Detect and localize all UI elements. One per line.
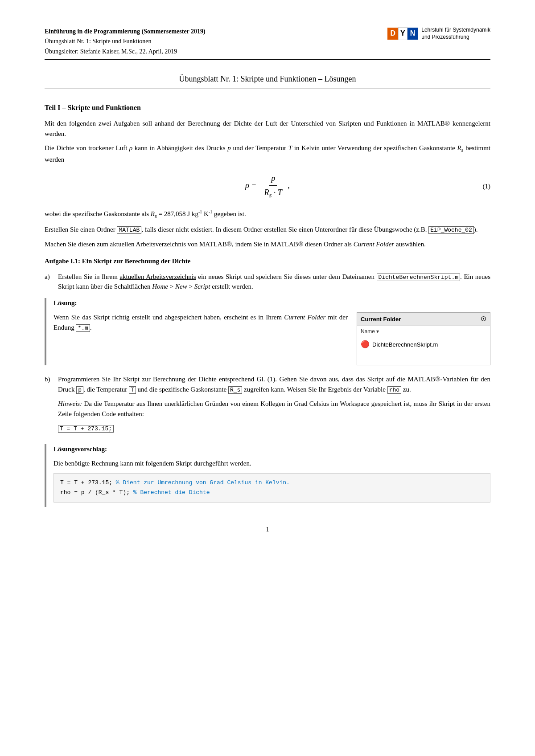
section1-para5: Machen Sie diesen zum aktuellen Arbeitsv… (45, 239, 490, 249)
loesung-a-left: Wenn Sie das Skript richtig erstellt und… (54, 312, 348, 337)
section1-para2: Die Dichte von trockener Luft ρ kann in … (45, 143, 490, 164)
cf-header: Current Folder ☉ (357, 313, 490, 326)
logo-block: D Y N Lehrstuhl für Systemdynamik und Pr… (387, 27, 490, 41)
header-line3: Übungsleiter: Stefanie Kaiser, M.Sc., 22… (45, 47, 206, 57)
cf-filename: DichteBerechnenSkript.m (372, 340, 438, 349)
logo-text-line1: Lehrstuhl für Systemdynamik (421, 27, 490, 34)
loesung-a-content: Lösung: Wenn Sie das Skript richtig erst… (54, 298, 490, 366)
left-bar-b (45, 444, 46, 507)
logo-d-letter: D (387, 28, 398, 39)
endung-code: *.m (76, 324, 90, 332)
cf-spacer (357, 351, 490, 365)
page-number: 1 (45, 525, 490, 534)
page-title: Übungsblatt Nr. 1: Skripte und Funktione… (45, 73, 490, 89)
code-hint: T = T + 273.15; (58, 425, 114, 433)
section1-para4: Erstellen Sie einen Ordner MATLAB, falls… (45, 225, 490, 235)
cf-col-name: Name ▾ (361, 327, 379, 335)
item-a-label: a) (45, 272, 54, 292)
loesung-b-label: Lösungsvorschlag: (54, 444, 490, 454)
loesung-a-right: Current Folder ☉ Name ▾ 🔴 DichteBerechne… (357, 312, 490, 365)
code-line1-normal: T = T + 273.15; (60, 479, 116, 486)
code-line2-comment: % Berechnet die Dichte (133, 489, 210, 496)
dateiname-code: DichteBerechnenSkript.m (377, 274, 460, 281)
loesung-a-label: Lösung: (54, 298, 490, 308)
fraction: p Rs · T (262, 172, 284, 200)
matlab-folder-code: MATLAB (117, 226, 141, 234)
left-bar-a (45, 298, 46, 366)
formula-number: (1) (483, 181, 491, 192)
loesung-b-block: Lösungsvorschlag: Die benötigte Rechnung… (45, 444, 490, 507)
loesung-a-block: Lösung: Wenn Sie das Skript richtig erst… (45, 298, 490, 366)
formula-block: ρ = p Rs · T , (1) (45, 172, 490, 200)
cf-title: Current Folder (361, 315, 401, 324)
var-Rs-code: R_s (228, 386, 242, 394)
item-b: b) Programmieren Sie Ihr Skript zur Bere… (45, 374, 490, 438)
section1-title: Teil I – Skripte und Funktionen (45, 102, 490, 113)
code-line2-normal: rho = p / (R_s * T); (60, 489, 133, 496)
formula-denominator: Rs · T (262, 186, 284, 200)
file-icon: 🔴 (361, 339, 370, 350)
cf-panel: Current Folder ☉ Name ▾ 🔴 DichteBerechne… (357, 312, 490, 365)
loesung-a-text: Wenn Sie das Skript richtig erstellt und… (54, 312, 348, 332)
item-a: a) Erstellen Sie in Ihrem aktuellen Arbe… (45, 272, 490, 292)
code-line1-comment: % Dient zur Umrechnung von Grad Celsius … (116, 479, 290, 486)
loesung-b-content: Lösungsvorschlag: Die benötigte Rechnung… (54, 444, 490, 507)
section1-para3: wobei die spezifische Gaskonstante als R… (45, 208, 490, 221)
header-line1: Einführung in die Programmierung (Sommer… (45, 27, 206, 37)
aufgabe-title: Aufgabe I.1: Ein Skript zur Berechnung d… (45, 256, 490, 266)
code-line2: rho = p / (R_s * T); % Berechnet die Dic… (60, 488, 484, 498)
underline-text: aktuellen Arbeitsverzeichnis (119, 273, 196, 280)
cf-header-icon[interactable]: ☉ (481, 315, 486, 324)
var-p-code: p (76, 386, 83, 394)
item-a-content: Erstellen Sie in Ihrem aktuellen Arbeits… (58, 272, 490, 292)
header: Einführung in die Programmierung (Sommer… (45, 27, 490, 60)
header-right: D Y N Lehrstuhl für Systemdynamik und Pr… (387, 27, 490, 41)
var-T-code: T (129, 386, 136, 394)
item-b-label: b) (45, 374, 54, 438)
section1-para1: Mit den folgenden zwei Aufgaben soll anh… (45, 119, 490, 139)
logo-text-line2: und Prozessführung (421, 34, 490, 41)
loesung-a-two-col: Wenn Sie das Skript richtig erstellt und… (54, 312, 490, 365)
page: Einführung in die Programmierung (Sommer… (0, 0, 535, 756)
woche-folder-code: EiP_Woche_02 (428, 226, 474, 234)
code-block: T = T + 273.15; % Dient zur Umrechnung v… (54, 473, 490, 503)
item-b-code-hint-block: T = T + 273.15; (58, 423, 490, 433)
item-b-content: Programmieren Sie Ihr Skript zur Berechn… (58, 374, 490, 438)
logo-n-letter: N (407, 28, 418, 39)
logo-text: Lehrstuhl für Systemdynamik und Prozessf… (421, 27, 490, 41)
formula: ρ = p Rs · T , (245, 172, 290, 200)
header-left: Einführung in die Programmierung (Sommer… (45, 27, 206, 57)
formula-numerator: p (269, 172, 277, 186)
item-b-hinweis: Hinweis: Da die Temperatur aus Ihnen une… (58, 399, 490, 419)
logo-y-letter: Y (398, 27, 407, 40)
cf-file-row: 🔴 DichteBerechnenSkript.m (357, 337, 490, 351)
var-rho-code: rho (387, 386, 401, 394)
loesung-b-text: Die benötigte Rechnung kann mit folgende… (54, 458, 490, 469)
code-line1: T = T + 273.15; % Dient zur Umrechnung v… (60, 478, 484, 488)
header-line2: Übungsblatt Nr. 1: Skripte und Funktione… (45, 37, 206, 46)
item-b-para1: Programmieren Sie Ihr Skript zur Berechn… (58, 374, 490, 394)
logo-dyn: D Y N (387, 27, 418, 40)
cf-col-header: Name ▾ (357, 326, 490, 337)
